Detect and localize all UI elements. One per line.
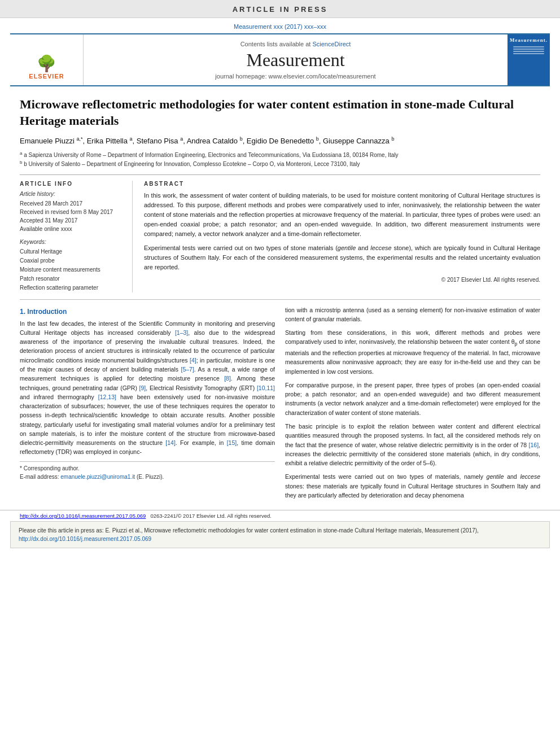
email-label: E-mail address: [20,474,60,480]
elsevier-brand-text: ELSEVIER [29,73,64,80]
keyword-4: Patch resonator [20,274,124,283]
abstract-paragraph-1: In this work, the assessment of water co… [144,191,540,239]
section1-paragraph1: In the last few decades, the interest of… [20,319,275,457]
revised-date: Received in revised form 8 May 2017 [20,208,124,216]
journal-thumbnail: Measurement. [508,34,550,85]
ref-12-13[interactable]: [12,13] [98,394,116,400]
issn-text: 0263-2241/© 2017 Elsevier Ltd. All right… [150,513,272,519]
elsevier-logo-box: 🌳 ELSEVIER [16,40,78,80]
received-date: Received 28 March 2017 [20,199,124,208]
journal-header-center: Contents lists available at ScienceDirec… [84,34,508,85]
doi-link-bottom: http://dx.doi.org/10.1016/j.measurement.… [20,513,146,519]
ref-9[interactable]: [9] [139,385,146,391]
article-history-label: Article history: [20,191,124,197]
article-body: Microwave reflectometric methodologies f… [0,86,560,510]
journal-thumb-title: Measurement. [510,37,548,43]
article-info-col: ARTICLE INFO Article history: Received 2… [20,181,133,292]
abstract-text: In this work, the assessment of water co… [144,191,540,272]
main-two-col: 1. Introduction In the last few decades,… [20,305,540,504]
journal-thumb-inner: Measurement. [512,37,546,55]
journal-title: Measurement [246,50,344,71]
ref-16[interactable]: [16] [529,442,539,448]
two-col-section: ARTICLE INFO Article history: Received 2… [20,174,540,292]
article-in-press-banner: ARTICLE IN PRESS [0,0,560,18]
email-link[interactable]: emanuele.piuzzi@uniroma1.it [60,474,135,480]
email-name: (E. Piuzzi). [137,474,164,480]
ref-10-11[interactable]: [10,11] [257,385,275,391]
right-col-paragraph5: Experimental tests were carried out on t… [285,472,540,500]
right-col-paragraph4: The basic principle is to exploit the re… [285,422,540,468]
email-footnote: E-mail address: emanuele.piuzzi@uniroma1… [20,473,275,481]
affiliations: a a Sapienza University of Rome – Depart… [20,150,540,169]
available-online: Available online xxxx [20,225,124,233]
affiliation-b: b b University of Salento – Department o… [20,159,540,168]
thumb-line-4 [513,53,544,54]
citation-doi-link[interactable]: http://dx.doi.org/10.1016/j.measurement.… [19,536,151,542]
footnote-section: * Corresponding author. E-mail address: … [20,461,275,481]
doi-link[interactable]: http://dx.doi.org/10.1016/j.measurement.… [20,513,146,519]
abstract-col: ABSTRACT In this work, the assessment of… [144,181,540,292]
journal-header: 🌳 ELSEVIER Contents lists available at S… [10,33,550,86]
keyword-5: Reflection scattering parameter [20,283,124,292]
section-divider [20,299,540,300]
ref-4[interactable]: [4] [190,357,196,364]
right-col-paragraph2: Starting from these considerations, in t… [285,328,540,376]
ref-8[interactable]: [8] [224,375,231,382]
keyword-1: Cultural Heritage [20,247,124,256]
sciencedirect-link[interactable]: ScienceDirect [312,41,351,47]
article-in-press-text: ARTICLE IN PRESS [233,5,328,14]
affiliation-a: a a Sapienza University of Rome – Depart… [20,150,540,159]
abstract-header: ABSTRACT [144,181,540,187]
ref-14[interactable]: [14] [165,439,176,446]
bottom-info-bar: http://dx.doi.org/10.1016/j.measurement.… [0,510,560,521]
journal-thumb-lines [513,45,544,55]
ref-5-7[interactable]: [5–7] [181,366,194,373]
ref-1-3[interactable]: [1–3] [175,329,188,336]
keywords-section: Keywords: Cultural Heritage Coaxial prob… [20,239,124,292]
abstract-paragraph-2: Experimental tests were carried out on t… [144,243,540,272]
accepted-date: Accepted 31 May 2017 [20,216,124,225]
thumb-line-1 [513,46,544,47]
article-title: Microwave reflectometric methodologies f… [20,97,540,129]
journal-logo-area: 🌳 ELSEVIER [10,34,84,85]
main-right-col: tion with a microstrip antenna (used as … [285,305,540,504]
copyright-notice: © 2017 Elsevier Ltd. All rights reserved… [144,277,540,283]
journal-ref-line: Measurement xxx (2017) xxx–xxx [0,18,560,33]
keywords-header: Keywords: [20,239,124,245]
elsevier-tree-icon: 🌳 [37,56,56,72]
citation-bar: Please cite this article in press as: E.… [10,521,550,548]
right-col-paragraph3: For comparative purpose, in the present … [285,381,540,417]
article-info-header: ARTICLE INFO [20,181,124,187]
keyword-3: Moisture content measurements [20,265,124,274]
ref-15[interactable]: [15] [227,439,237,446]
thumb-line-3 [513,51,544,52]
keyword-2: Coaxial probe [20,256,124,265]
corresponding-author-note: * Corresponding author. [20,464,275,473]
citation-text: Please cite this article in press as: E.… [19,527,479,534]
thumb-line-2 [513,49,544,50]
corresponding-label: * Corresponding author. [20,465,80,471]
page: ARTICLE IN PRESS Measurement xxx (2017) … [0,0,560,747]
authors-line: Emanuele Piuzzi a,*, Erika Pittella a, S… [20,136,540,147]
contents-text: Contents lists available at [240,41,313,47]
journal-ref-text: Measurement xxx (2017) xxx–xxx [234,23,326,30]
journal-homepage: journal homepage: www.elsevier.com/locat… [215,73,375,80]
right-col-paragraph1: tion with a microstrip antenna (used as … [285,305,540,324]
section1-heading: 1. Introduction [20,308,275,316]
contents-available: Contents lists available at ScienceDirec… [240,41,351,47]
main-left-col: 1. Introduction In the last few decades,… [20,305,275,504]
